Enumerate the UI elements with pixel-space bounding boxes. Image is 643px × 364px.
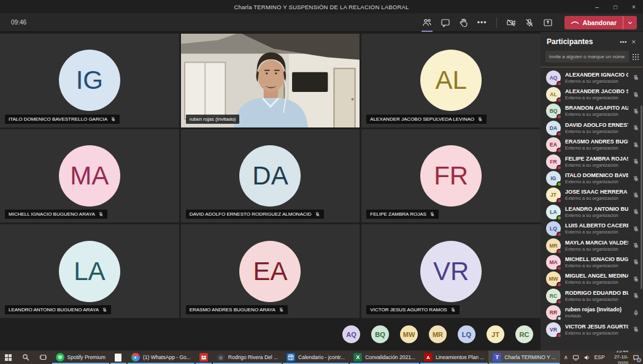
taskbar-app-chrome[interactable]: (1) WhatsApp - Go...: [127, 351, 195, 364]
participant-tile[interactable]: DADAVID ADOLFO ERNESTO RODRIGUEZ ALMONAC…: [181, 129, 360, 223]
participant-subtitle: Externo a su organización: [565, 162, 628, 168]
dialpad-icon[interactable]: [632, 53, 639, 61]
notification-center-icon[interactable]: [633, 354, 639, 361]
video-tile[interactable]: ruben rojas (Invitado): [181, 34, 360, 127]
mic-muted-icon[interactable]: [633, 242, 639, 249]
participant-tile[interactable]: ALALEXANDER JACOBO SEPULVEDA LEVINAO: [361, 34, 541, 127]
more-options-icon[interactable]: •••: [474, 15, 490, 30]
participant-tile[interactable]: FRFELIPE ZAMBRA ROJAS: [361, 129, 541, 223]
overflow-avatar[interactable]: MR: [429, 325, 447, 343]
taskbar-app-red-app[interactable]: [195, 351, 212, 364]
participant-texts: BRANDON AGAPITO AURELI...Externo a su or…: [565, 105, 628, 117]
overflow-avatar[interactable]: JT: [487, 325, 504, 343]
taskbar-app-teams[interactable]: TCharla TERMINO Y ...: [488, 351, 560, 364]
participant-row[interactable]: DADAVID ADOLFO ERNESTO RO...Externo a su…: [541, 119, 643, 136]
minimize-button[interactable]: –: [588, 0, 606, 13]
overflow-avatar[interactable]: RC: [515, 325, 533, 343]
participant-row[interactable]: IGITALO DOMENICO BAVESTRE...Externo a su…: [541, 170, 643, 186]
participant-row[interactable]: FRFELIPE ZAMBRA ROJASExterno a su organi…: [541, 153, 643, 170]
taskbar-app-pdf[interactable]: ALineamientos Plan ...: [420, 351, 488, 364]
panel-scrollbar[interactable]: [641, 105, 642, 289]
participant-subtitle: Externo a su organización: [565, 179, 628, 184]
overflow-avatar[interactable]: BQ: [371, 325, 389, 343]
camera-off-icon[interactable]: [503, 15, 519, 30]
participant-texts: ERASMO ANDRES BUGUENO ...Externo a su or…: [565, 138, 628, 151]
participant-tile[interactable]: MAMICHELL IGNACIO BUGUENO ARAYA: [0, 129, 179, 223]
invite-search-input[interactable]: [545, 51, 629, 63]
mic-muted-icon[interactable]: [633, 208, 639, 215]
language-indicator[interactable]: ESP: [595, 354, 605, 360]
participant-tile[interactable]: VRVICTOR JESUS AGURTO RAMOS: [361, 224, 541, 318]
presence-status-dot: [556, 316, 562, 321]
taskbar-app-spotify[interactable]: Spotify Premium: [52, 351, 110, 364]
participants-more-icon[interactable]: •••: [617, 38, 630, 45]
participant-row[interactable]: RCRODRIGO EDUARDO BUSCO...Externo a su o…: [541, 287, 643, 304]
volume-icon[interactable]: [583, 354, 590, 361]
participant-row[interactable]: LQLUIS ALBERTO CACERES QUIS...Externo a …: [541, 221, 643, 237]
participant-row[interactable]: MRMAYLA MARCIA VALDES ROJASExterno a su …: [541, 237, 643, 254]
participant-tile[interactable]: IGITALO DOMENICO BAVESTRELLO GARCIA: [0, 34, 179, 127]
participants-close-icon[interactable]: ×: [630, 38, 638, 45]
mic-muted-icon[interactable]: [633, 91, 639, 98]
task-view-icon[interactable]: [34, 351, 52, 364]
participant-row[interactable]: LALEANDRO ANTONIO BUGUE...Externo a su o…: [541, 203, 643, 220]
participant-row[interactable]: EAERASMO ANDRES BUGUENO ...Externo a su …: [541, 137, 643, 153]
raise-hand-icon[interactable]: [456, 15, 472, 30]
maximize-button[interactable]: □: [606, 0, 625, 13]
overflow-avatar[interactable]: MW: [400, 325, 418, 343]
participant-row[interactable]: MAMICHELL IGNACIO BUGUENO...Externo a su…: [541, 254, 643, 270]
participant-tile[interactable]: LALEANDRO ANTONIO BUGUENO ARAYA: [0, 224, 179, 318]
start-button[interactable]: [0, 351, 17, 364]
mic-off-icon[interactable]: [522, 15, 537, 30]
participant-row[interactable]: RRruben rojas (Invitado)Invitado: [541, 304, 643, 320]
overflow-avatar[interactable]: LQ: [458, 325, 476, 343]
mic-muted-icon[interactable]: [633, 175, 639, 182]
mic-muted-icon[interactable]: [633, 192, 639, 199]
participant-tile[interactable]: EAERASMO ANDRES BUGUENO ARAYA: [181, 224, 360, 318]
leave-options-chevron[interactable]: [623, 16, 637, 29]
network-icon[interactable]: [572, 354, 579, 361]
participant-texts: ALEXANDER JACOBO SEPULV...Externo a su o…: [565, 88, 628, 100]
participants-icon[interactable]: [419, 15, 435, 30]
participant-row[interactable]: JTJOSE ISAAC HERRERA TOROExterno a su or…: [541, 187, 643, 203]
taskbar-app-outlook-calendar[interactable]: Calendario - jcontr...: [282, 351, 349, 364]
participant-row[interactable]: ALALEXANDER JACOBO SEPULV...Externo a su…: [541, 86, 643, 102]
close-button[interactable]: ×: [625, 0, 643, 13]
taskbar-app-dark-app[interactable]: ◎Rodrigo Rivera Del ...: [212, 351, 282, 364]
participant-texts: VICTOR JESUS AGURTO RAM...Externo a su o…: [565, 324, 628, 336]
participant-name: LEANDRO ANTONIO BUGUENO ARAYA: [9, 307, 99, 313]
mic-muted-icon[interactable]: [633, 226, 639, 232]
mic-muted-icon[interactable]: [633, 108, 639, 115]
taskbar-search-icon[interactable]: [17, 351, 34, 364]
chat-icon[interactable]: [437, 15, 453, 30]
overflow-avatar[interactable]: AQ: [342, 325, 360, 343]
participant-row[interactable]: VRVICTOR JESUS AGURTO RAM...Externo a su…: [541, 321, 643, 338]
mic-muted-icon[interactable]: [633, 326, 639, 333]
hidden-icons-chevron[interactable]: ∧: [564, 354, 568, 360]
participant-texts: DAVID ADOLFO ERNESTO RO...Externo a su o…: [565, 122, 628, 134]
participant-avatar: MW: [546, 271, 561, 286]
notification-badge: [637, 358, 641, 362]
presence-status-dot: [556, 215, 562, 221]
presence-status-dot: [556, 114, 562, 119]
participant-name: VICTOR JESUS AGURTO RAMOS: [370, 307, 447, 313]
taskbar-app-doc[interactable]: [110, 351, 127, 364]
taskbar-app-label: (1) WhatsApp - Go...: [143, 354, 191, 360]
mic-muted-icon[interactable]: [633, 158, 639, 165]
mic-muted-icon[interactable]: [633, 74, 639, 81]
mic-muted-icon[interactable]: [633, 259, 639, 265]
taskbar-app-label: Lineamientos Plan ...: [436, 354, 484, 360]
mic-muted-icon[interactable]: [633, 276, 639, 282]
share-screen-icon[interactable]: [540, 15, 556, 30]
mic-muted-icon[interactable]: [633, 124, 639, 131]
mic-on-icon[interactable]: [633, 309, 639, 316]
participant-row[interactable]: AQALEXANDER IGNACIO CHAM...Externo a su …: [541, 69, 643, 86]
participant-row[interactable]: MWMIGUEL ANGEL MEDINA WAL...Externo a su…: [541, 271, 643, 287]
mic-muted-icon[interactable]: [633, 142, 639, 148]
taskbar-app-excel[interactable]: XConvalidación 2021...: [349, 351, 420, 364]
participant-row[interactable]: BQBRANDON AGAPITO AURELI...Externo a su …: [541, 103, 643, 119]
mic-muted-icon[interactable]: [633, 292, 639, 299]
leave-button[interactable]: Abandonar: [564, 16, 637, 29]
video-stage: IGITALO DOMENICO BAVESTRELLO GARCIA: [0, 32, 541, 351]
system-tray: ∧ ESP 15:44 27-10-2020: [560, 351, 643, 364]
